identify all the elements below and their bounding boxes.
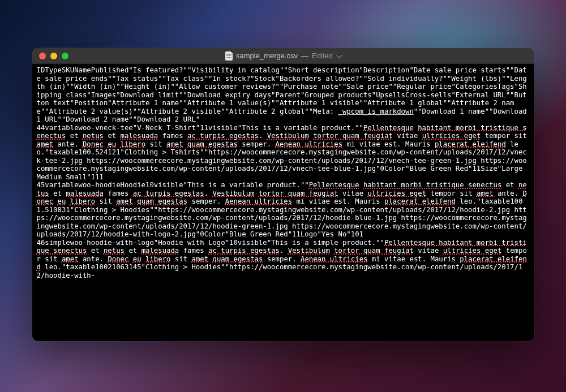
chevron-down-icon <box>336 51 342 58</box>
text-editor-window: sample_merge.csv — Edited IDTypeSKUNameP… <box>32 48 534 341</box>
window-filename: sample_merge.csv <box>236 51 298 60</box>
close-button[interactable] <box>39 53 46 59</box>
title-group[interactable]: sample_merge.csv — Edited <box>225 51 341 61</box>
separator: — <box>301 51 308 60</box>
document-content[interactable]: IDTypeSKUNamePublished"Is featured?""Vis… <box>32 64 534 341</box>
window-edited-status: Edited <box>312 51 333 60</box>
maximize-button[interactable] <box>62 53 68 59</box>
window-titlebar[interactable]: sample_merge.csv — Edited <box>32 48 534 64</box>
document-icon <box>225 51 233 61</box>
traffic-lights <box>39 53 68 59</box>
minimize-button[interactable] <box>50 53 57 59</box>
